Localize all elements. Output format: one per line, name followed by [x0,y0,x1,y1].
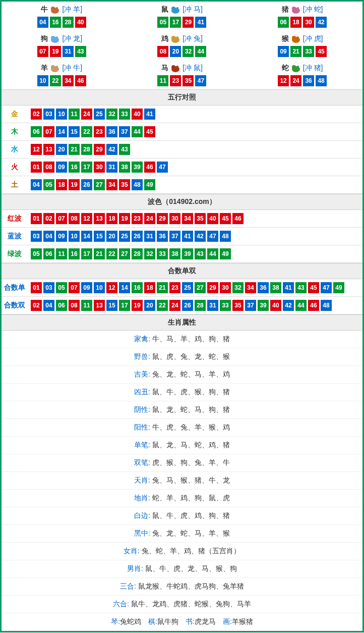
zodiac-balls: 04162840 [2,17,122,28]
zodiac-cell: 狗 [冲 龙] 07193143 [2,31,122,60]
svg-point-25 [292,65,296,69]
number-ball: 15 [69,126,80,137]
zodiac-title: 牛 [冲 羊] [2,5,122,15]
attr-row: 阳性: 牛、虎、兔、羊、猴、鸡 [2,419,362,437]
attr-value: 鼠、牛、虎、龙、马、猴、狗 [145,564,237,572]
number-ball: 43 [195,248,206,259]
data-row: 红波 0102070812131819232429303435404546 [2,210,362,228]
number-ball: 44 [132,126,143,137]
number-ball: 09 [56,231,67,242]
number-ball: 10 [37,75,48,86]
number-ball: 04 [37,17,48,28]
number-ball: 01 [31,282,42,293]
number-ball: 04 [43,231,54,242]
attr-label: 琴: [111,617,120,625]
number-ball: 25 [94,109,105,120]
number-ball: 33 [157,248,168,259]
attr-value: 羊猴猪 [232,617,253,625]
row-label: 蓝波 [2,232,28,241]
number-ball: 35 [119,179,130,190]
number-ball: 11 [69,109,80,120]
row-balls: 03040910141520252631363741424748 [28,231,362,242]
row-label: 合数单 [2,283,28,292]
zodiac-name: 狗 [41,34,48,43]
zodiac-balls: 07193143 [2,46,122,57]
number-ball: 23 [169,282,180,293]
number-ball: 28 [63,17,74,28]
number-ball: 45 [144,126,155,137]
number-ball: 13 [94,300,105,311]
data-row: 合数双 020406081113151719202224262831333537… [2,297,362,314]
number-ball: 22 [50,75,61,86]
number-ball: 15 [106,300,117,311]
attr-label: 棋: [148,617,157,625]
number-ball: 14 [56,126,67,137]
number-ball: 13 [43,144,54,155]
number-ball: 14 [119,282,130,293]
number-ball: 34 [63,75,74,86]
number-ball: 18 [290,17,301,28]
zodiac-title: 鼠 [冲 马] [122,5,242,15]
zodiac-icon [169,63,181,73]
number-ball: 08 [157,46,168,57]
number-ball: 02 [31,109,42,120]
attr-value: 鼠、虎、兔、龙、蛇、猴 [152,352,230,360]
number-ball: 36 [106,126,117,137]
row-balls: 0102070812131819232429303435404546 [28,213,362,224]
shengxiao-header: 生肖属性 [2,314,362,331]
number-ball: 19 [119,213,130,224]
number-ball: 08 [69,213,80,224]
number-ball: 12 [31,144,42,155]
last-pair: 琴:兔蛇鸡 [111,617,141,625]
number-ball: 40 [270,300,281,311]
zodiac-title: 鸡 [冲 兔] [122,34,242,44]
last-pair: 画:羊猴猪 [223,617,253,625]
number-ball: 34 [106,179,117,190]
number-ball: 24 [81,109,92,120]
attr-label: 三合: [120,582,138,590]
number-ball: 25 [119,231,130,242]
number-ball: 26 [81,179,92,190]
attr-row: 黑中: 兔、龙、蛇、马、羊、猴 [2,525,362,543]
attr-section: 家禽: 牛、马、羊、鸡、狗、猪野兽: 鼠、虎、兔、龙、蛇、猴吉美: 兔、龙、蛇、… [2,331,362,613]
svg-point-10 [51,36,55,40]
number-ball: 09 [81,282,92,293]
number-ball: 43 [75,46,86,57]
number-ball: 24 [290,75,301,86]
svg-point-5 [176,7,178,9]
zodiac-balls: 12243648 [242,75,362,86]
number-ball: 35 [232,300,244,311]
zodiac-name: 猴 [282,34,289,43]
data-row: 蓝波 03040910141520252631363741424748 [2,228,362,245]
number-ball: 11 [56,248,67,259]
number-ball: 42 [316,17,327,28]
zodiac-clash: [冲 猪] [303,64,323,73]
row-label: 红波 [2,214,28,223]
number-ball: 18 [144,282,155,293]
zodiac-cell: 蛇 [冲 猪] 12243648 [242,60,362,89]
number-ball: 08 [43,162,54,173]
number-ball: 48 [316,75,327,86]
row-label: 绿波 [2,249,28,258]
number-ball: 32 [144,248,155,259]
attr-value: 牛、马、羊、鸡、狗、猪 [152,335,230,343]
number-ball: 22 [81,126,92,137]
wuxing-section: 金 02031011242532334041木 0607141522233637… [2,106,362,194]
zodiac-cell: 鼠 [冲 马] 05172941 [122,2,242,31]
attr-row: 男肖: 鼠、牛、虎、龙、马、猴、狗 [2,560,362,578]
number-ball: 44 [195,46,206,57]
number-ball: 03 [31,231,42,242]
zodiac-grid: 牛 [冲 羊] 04162840 鼠 [冲 马] 05172941 猪 [冲 蛇… [2,2,362,89]
number-ball: 47 [157,162,168,173]
attr-label: 凶丑: [134,388,152,396]
data-row: 土 04051819262734354849 [2,176,362,194]
zodiac-clash: [冲 虎] [303,34,323,43]
attr-row: 阴性: 鼠、龙、蛇、马、狗、猪 [2,401,362,419]
number-ball: 31 [144,231,155,242]
number-ball: 12 [106,282,117,293]
number-ball: 31 [63,46,74,57]
number-ball: 10 [94,282,105,293]
zodiac-name: 牛 [41,5,48,14]
number-ball: 27 [94,179,105,190]
zodiac-balls: 11233547 [122,75,242,86]
